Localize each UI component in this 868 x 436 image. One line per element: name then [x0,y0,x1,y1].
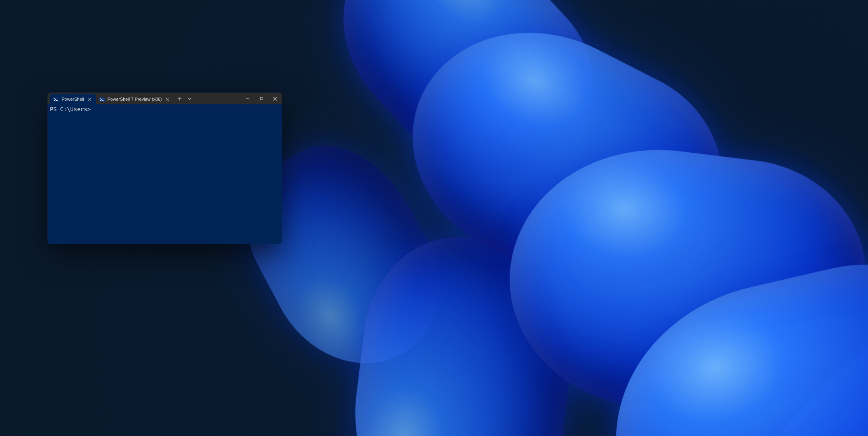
svg-rect-1 [99,97,105,102]
powershell-icon [53,97,59,102]
close-window-button[interactable] [268,93,282,104]
close-tab-button[interactable] [87,97,93,102]
tab-powershell[interactable]: PowerShell [50,94,96,104]
tab-label: PowerShell [62,97,84,102]
new-tab-button[interactable] [174,93,186,104]
tab-powershell7-preview[interactable]: PowerShell 7 Preview (x86) [96,94,174,104]
caption-buttons [241,93,282,104]
tab-strip: PowerShell PowerShell 7 Preview (x86) [48,93,174,104]
minimize-button[interactable] [241,93,255,104]
tab-actions [174,93,194,104]
prompt-line: PS C:\Users> [50,106,91,112]
svg-rect-2 [260,97,263,100]
titlebar-drag-region[interactable] [194,93,241,104]
titlebar[interactable]: PowerShell PowerShell 7 Preview (x86) [48,93,282,104]
close-tab-button[interactable] [165,97,170,102]
tab-label: PowerShell 7 Preview (x86) [108,97,162,102]
terminal-pane[interactable]: PS C:\Users> [48,104,282,244]
windows-terminal-window[interactable]: PowerShell PowerShell 7 Preview (x86) [48,93,282,244]
powershell7-icon [99,97,105,102]
svg-rect-0 [53,97,59,102]
tab-dropdown-button[interactable] [186,93,194,104]
maximize-button[interactable] [255,93,268,104]
